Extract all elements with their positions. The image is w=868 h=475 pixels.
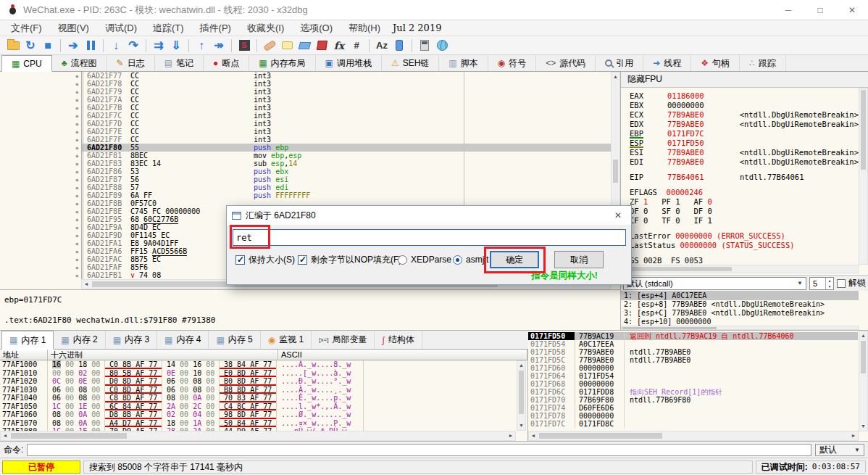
menu-item[interactable]: 追踪(T) [145, 20, 192, 36]
breakpoint-dot-icon[interactable]: ● [0, 175, 81, 183]
breakpoint-dot-icon[interactable]: ● [0, 199, 81, 207]
hash-icon[interactable]: # [348, 37, 365, 54]
registers-hscrollbar[interactable] [621, 265, 859, 273]
tab-log[interactable]: ✎日志 [107, 55, 155, 71]
bottom-tab-监视 1[interactable]: ◉监视 1 [261, 331, 312, 349]
tab-symbols[interactable]: ◉符号 [488, 55, 536, 71]
step-into-icon[interactable]: ↓ [107, 37, 125, 54]
memory-row[interactable]: 77AF104006 00 08 00C8 8D AF 7708 00 0A 0… [0, 394, 516, 402]
scroll-thumb[interactable] [519, 371, 524, 414]
minimize-button[interactable]: ─ [772, 0, 804, 20]
tab-breakpoints[interactable]: ●断点 [204, 55, 249, 71]
close-debuggee-icon[interactable]: ■ [39, 37, 57, 54]
step-into-source-icon[interactable]: ⇓ [167, 37, 185, 54]
tab-handles[interactable]: ❖句柄 [691, 55, 740, 71]
breakpoint-dot-icon[interactable]: ● [0, 191, 81, 199]
breakpoint-dot-icon[interactable]: ● [0, 96, 81, 104]
stack-row[interactable]: 0171FD5877B9ABE0ntdll.77B9ABE0 [528, 348, 858, 356]
functions-icon[interactable]: fx [330, 37, 348, 54]
disassembly-row[interactable]: ●6AD21F7CCCint3 [0, 112, 611, 120]
breakpoint-dot-icon[interactable]: ● [0, 104, 81, 112]
disassembly-row[interactable]: ●6AD21F8857push edi [0, 183, 611, 191]
disassembly-row[interactable]: ●6AD21F79CCint3 [0, 88, 611, 96]
bottom-tab-内存 3[interactable]: ▦内存 3 [106, 331, 157, 349]
run-until-icon[interactable]: ⇉ [150, 37, 167, 54]
stack-row[interactable]: 0171FD5077B9AC19返回到 ntdll.77B9AC19 自 ntd… [528, 332, 858, 340]
register-row[interactable]: ESP0171FD50 [630, 139, 859, 148]
tab-graph[interactable]: ♣流程图 [52, 55, 107, 71]
memory-row[interactable]: 77AF106008 00 0A 00D8 8B AF 7702 00 04 0… [0, 410, 516, 419]
scroll-thumb[interactable] [623, 267, 732, 271]
stack-row[interactable]: 0171FD7800000000 [528, 412, 858, 420]
assemble-instruction-input[interactable] [233, 229, 626, 246]
stack-row[interactable]: 0171FD6C0171FDD8指向SEH_Record[1]的指针 [528, 388, 858, 396]
cancel-button[interactable]: 取消 [554, 251, 604, 268]
menu-item[interactable]: 帮助(H) [341, 20, 388, 36]
dialog-title-bar[interactable]: 汇编于 6AD21F80 [227, 206, 631, 225]
menu-item[interactable]: 视图(V) [50, 20, 97, 36]
breakpoint-dot-icon[interactable]: ● [0, 152, 81, 160]
stack-row[interactable]: 0171FD7C0171FD8C [528, 420, 858, 428]
register-row[interactable]: ECX77B9ABE0<ntdll.DbgUiRemoteBreakin> [630, 110, 859, 120]
scroll-thumb[interactable] [622, 327, 717, 329]
breakpoint-dot-icon[interactable]: ● [0, 72, 81, 80]
tab-cpu[interactable]: ▦CPU [1, 55, 52, 72]
bottom-tab-内存 1[interactable]: ▦内存 1 [1, 331, 54, 350]
checkbox-icon[interactable] [298, 255, 307, 265]
tab-seh[interactable]: ⚠SEH链 [382, 55, 439, 71]
memory-row[interactable]: 77AF101000 00 02 0080 5B AF 770E 00 10 0… [0, 369, 516, 378]
scroll-thumb[interactable] [613, 160, 618, 183]
scroll-right-icon[interactable]: ► [506, 431, 515, 440]
register-row[interactable]: LastError 00000000 (ERROR_SUCCESS) [630, 231, 859, 241]
breakpoints-list-icon[interactable] [313, 37, 330, 54]
asmjit-radio[interactable]: asmjit [453, 254, 488, 265]
disassembly-row[interactable]: ●6AD21F77CCint3 [0, 72, 611, 80]
device-icon[interactable] [391, 37, 408, 54]
bottom-tab-内存 2[interactable]: ▦内存 2 [54, 331, 105, 349]
patches-icon[interactable] [261, 37, 278, 54]
stack-row[interactable]: 0171FD74D60FE6D6 [528, 404, 858, 412]
keep-size-checkbox[interactable]: 保持大小(S) [235, 254, 295, 265]
bottom-tab-局部变量[interactable]: [x=]局部变量 [312, 331, 375, 349]
labels-icon[interactable] [296, 37, 313, 54]
register-row[interactable]: EDX77B9ABE0<ntdll.DbgUiRemoteBreakin> [630, 120, 859, 129]
dialog-close-icon[interactable]: ✕ [612, 209, 625, 222]
register-row[interactable]: EIP77B64061ntdll.77B64061 [630, 173, 859, 182]
breakpoint-dot-icon[interactable]: ● [0, 247, 81, 255]
tab-trace[interactable]: ∴跟踪 [740, 55, 786, 71]
argument-row[interactable]: 1: [esp+4] A0C17EEA [621, 292, 859, 300]
registers-vscrollbar[interactable] [859, 88, 868, 265]
register-row[interactable]: OF 0 SF 0 DF 0 [630, 207, 859, 216]
register-row[interactable]: EAX01186000 [630, 91, 859, 101]
open-file-icon[interactable] [4, 37, 22, 54]
disassembly-row[interactable]: ●6AD21F7DCCint3 [0, 120, 611, 128]
scroll-down-icon[interactable]: ▼ [859, 422, 867, 431]
stack-row[interactable]: 0171FD640171FD54 [528, 372, 858, 380]
breakpoint-dot-icon[interactable]: ● [0, 231, 81, 239]
run-icon[interactable]: ➔ [64, 37, 82, 54]
breakpoint-dot-icon[interactable]: ● [0, 136, 81, 144]
scroll-up-icon[interactable]: ▲ [859, 331, 867, 340]
register-row[interactable]: CF 0 TF 0 IF 1 [630, 216, 859, 226]
tab-threads[interactable]: ➔线程 [643, 55, 691, 71]
memory-row[interactable]: 77AF107008 00 0A 00A4 D7 AF 7718 00 1A 0… [0, 419, 516, 428]
disassembly-row[interactable]: ●6AD21F8383EC 14sub esp,14 [0, 160, 611, 168]
memory-vscrollbar[interactable]: ▲ ▼ [517, 360, 526, 431]
scroll-thumb[interactable] [539, 433, 662, 439]
scroll-left-icon[interactable]: ◄ [529, 431, 538, 440]
tab-references[interactable]: 引用 [596, 55, 643, 71]
disassembly-row[interactable]: ●6AD21F818BECmov ebp,esp [0, 152, 611, 160]
close-button[interactable]: ✕ [836, 0, 868, 20]
maximize-button[interactable]: □ [804, 0, 836, 20]
breakpoint-dot-icon[interactable]: ● [0, 255, 81, 263]
memory-hscrollbar[interactable]: ◄ ► [0, 431, 516, 441]
bottom-tab-内存 5[interactable]: ▦内存 5 [209, 331, 260, 349]
scroll-right-icon[interactable]: ► [849, 431, 858, 440]
breakpoint-dot-icon[interactable]: ● [0, 112, 81, 120]
breakpoint-dot-icon[interactable]: ● [0, 207, 81, 215]
checkbox-icon[interactable] [837, 279, 846, 288]
register-row[interactable]: GS 002B FS 0053 [630, 256, 859, 265]
command-mode-select[interactable]: 默认 ▼ [815, 444, 864, 456]
stack-row[interactable]: 0171FD54A0C17EEA [528, 340, 858, 348]
internet-icon[interactable] [433, 37, 451, 54]
